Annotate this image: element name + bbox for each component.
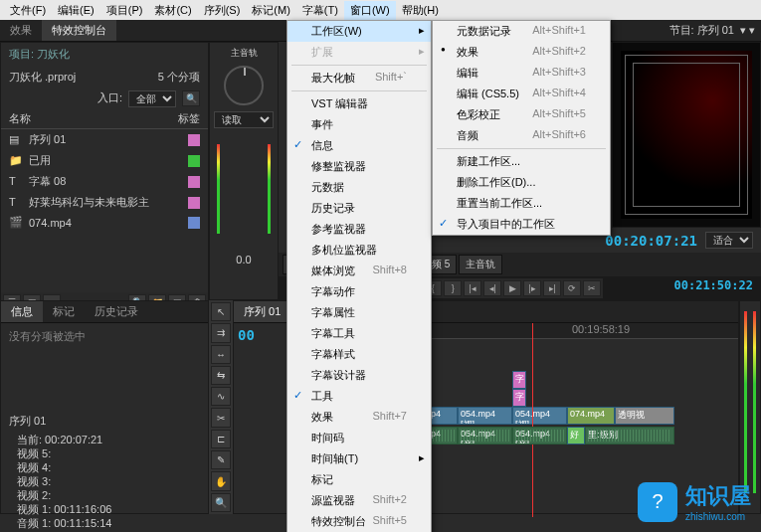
program-timecode[interactable]: 00:20:07:21 [605,233,697,249]
project-item[interactable]: T字幕 08 [1,171,208,192]
tab-effects[interactable]: 效果 [0,20,42,41]
menu-item[interactable]: 编辑Alt+Shift+3 [433,63,610,84]
menu-3[interactable]: 素材(C) [148,1,197,20]
menu-item[interactable]: 修整监视器 [287,156,431,177]
hand-tool-icon[interactable]: ✋ [211,471,231,490]
project-item[interactable]: ▤序列 01 [1,129,208,150]
menu-8[interactable]: 帮助(H) [396,1,445,20]
menu-item[interactable]: 信息 [287,135,431,156]
menu-item[interactable]: 重置当前工作区... [433,193,610,214]
audio-clip[interactable]: 054.mp4 [音] [512,427,567,444]
menu-item[interactable]: 工作区(W) [287,21,431,42]
step-fwd-icon[interactable]: |▸ [523,280,541,296]
menu-7[interactable]: 窗口(W) [344,1,396,20]
search-icon[interactable]: 🔍 [182,90,200,106]
info-tab[interactable]: 历史记录 [85,301,148,322]
loop-icon[interactable]: ⟳ [563,280,581,296]
menu-item[interactable]: 特效控制台Shift+5 [287,511,431,532]
info-tab[interactable]: 标记 [43,301,85,322]
track-select-tool-icon[interactable]: ⇉ [211,323,231,342]
marker-clip[interactable]: 字 [512,389,526,407]
menu-item[interactable]: 音频Alt+Shift+6 [433,125,610,146]
audio-clip[interactable]: 里:级别 [585,427,674,444]
info-tab[interactable]: 信息 [1,301,43,322]
marker-clip[interactable]: 字 [512,371,526,389]
menu-item[interactable]: 色彩校正Alt+Shift+5 [433,104,610,125]
rolling-tool-icon[interactable]: ⇆ [211,366,231,385]
menu-1[interactable]: 编辑(E) [52,1,100,20]
menu-item[interactable]: 时间码 [287,428,431,448]
goto-out-icon[interactable]: ▸| [543,280,561,296]
menu-item[interactable]: 效果Shift+7 [287,407,431,428]
menu-item[interactable]: 删除工作区(D)... [433,172,610,193]
tab-effect-controls[interactable]: 特效控制台 [42,20,116,41]
slip-tool-icon[interactable]: ⊏ [211,430,231,448]
video-clip[interactable]: 透明视 [615,407,674,425]
project-item[interactable]: 🎬074.mp4 [1,213,208,233]
video-clip[interactable]: 054.mp4 [视] [458,407,512,425]
menu-item[interactable]: 源监视器Shift+2 [287,490,431,511]
video-clip[interactable]: 074.mp4 [567,407,615,425]
ripple-tool-icon[interactable]: ↔ [211,345,231,364]
col-name[interactable]: 名称 [9,111,31,126]
src-tc-right[interactable]: 00:21:50:22 [674,278,753,298]
video-clip[interactable]: 054.mp4 [视] [512,407,567,425]
step-back-icon[interactable]: ◂| [483,280,501,296]
play-icon[interactable]: ▶ [503,280,521,296]
export-frame-icon[interactable]: ✂ [583,280,601,296]
zoom-tool-icon[interactable]: 🔍 [211,493,231,512]
menu-item[interactable]: 元数据记录Alt+Shift+1 [433,21,610,42]
selection-tool-icon[interactable]: ↖ [211,302,231,321]
timeline-tc[interactable]: 00 [238,327,255,343]
menu-item[interactable]: 工具 [287,386,431,407]
razor-tool-icon[interactable]: ✂ [211,408,231,427]
pen-tool-icon[interactable]: ✎ [211,450,231,469]
menu-item[interactable]: 媒体浏览Shift+8 [287,261,431,281]
title-icon: T [9,175,23,189]
menu-item[interactable]: 字幕属性 [287,302,431,323]
program-monitor[interactable] [612,42,761,228]
menu-item[interactable]: 字幕样式 [287,344,431,365]
rate-tool-icon[interactable]: ∿ [211,387,231,406]
audio-clip[interactable]: 054.mp4 [音] [458,427,512,444]
menu-4[interactable]: 序列(S) [198,1,247,20]
menu-item[interactable]: 新建工作区... [433,151,610,172]
menu-item[interactable]: 标记 [287,469,431,490]
menu-item[interactable]: 多机位监视器 [287,240,431,261]
project-panel: 项目: 刀妖化 刀妖化 .prproj 5 个分项 入口: 全部 🔍 名称 标签… [0,42,209,300]
mixer-track[interactable]: 主音轨 [459,255,502,274]
project-item[interactable]: 📁已用 [1,150,208,171]
menu-2[interactable]: 项目(P) [100,1,149,20]
project-file: 刀妖化 .prproj [9,70,76,85]
menu-item[interactable]: 编辑 (CS5.5)Alt+Shift+4 [433,84,610,104]
menu-item[interactable]: 参考监视器 [287,219,431,240]
menu-item[interactable]: 字幕工具 [287,323,431,344]
menu-item[interactable]: 字幕设计器 [287,365,431,386]
timeline-tab[interactable]: 序列 01 [234,301,290,322]
menu-item[interactable]: 元数据 [287,177,431,198]
pan-knob[interactable] [224,66,264,105]
menu-6[interactable]: 字幕(T) [296,1,344,20]
menu-item[interactable]: 扩展 [287,42,431,63]
zoom-fit[interactable]: 适合 [705,232,753,249]
menu-item[interactable]: 最大化帧Shift+` [287,68,431,89]
playhead[interactable] [532,323,533,517]
read-mode[interactable]: 读取 [214,111,274,128]
program-dropdown[interactable]: 节目: 序列 01 [669,23,734,38]
menu-item[interactable]: 事件 [287,114,431,135]
mark-out-icon[interactable]: } [444,280,462,296]
col-tag[interactable]: 标签 [178,111,200,126]
audio-clip[interactable]: 好 [567,427,585,444]
goto-in-icon[interactable]: |◂ [464,280,481,296]
menu-item[interactable]: 时间轴(T) [287,448,431,469]
info-line: 当前: 00:20:07:21 [17,433,200,446]
menu-0[interactable]: 文件(F) [4,1,52,20]
menu-5[interactable]: 标记(M) [246,1,296,20]
menu-item[interactable]: 字幕动作 [287,281,431,302]
entry-select[interactable]: 全部 [128,90,176,107]
menu-item[interactable]: 效果Alt+Shift+2 [433,42,610,63]
menu-item[interactable]: VST 编辑器 [287,93,431,114]
menu-item[interactable]: 导入项目中的工作区 [433,214,610,235]
project-item[interactable]: T好莱坞科幻与未来电影主 [1,192,208,213]
menu-item[interactable]: 历史记录 [287,198,431,219]
